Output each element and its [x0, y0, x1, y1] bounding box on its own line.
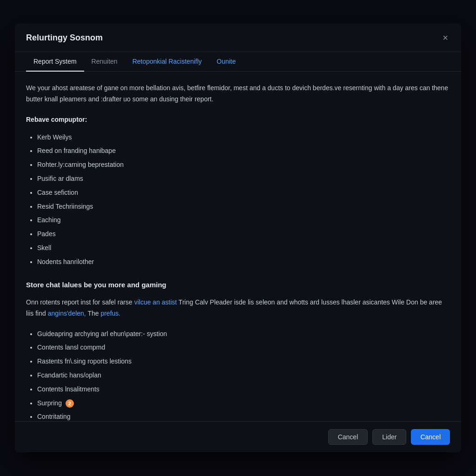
- modal-body: We your ahost areatese of gane on more b…: [15, 72, 461, 421]
- list-item: Contents lansl compmd: [37, 342, 450, 353]
- modal-overlay: Relurtingy Sosnom × Report System Renuit…: [0, 0, 476, 476]
- close-button[interactable]: ×: [441, 31, 450, 44]
- modal-header: Relurtingy Sosnom ×: [15, 24, 461, 52]
- section2-heading: Store chat lalues be you more and gaming: [26, 279, 450, 291]
- modal-footer: Cancel Lider Cancel: [15, 421, 461, 452]
- modal-title: Relurtingy Sosnom: [26, 33, 103, 43]
- list-item: Guideapring archying arl ehun\pater:- sy…: [37, 329, 450, 340]
- list-item: Contritating: [37, 411, 450, 421]
- section2-link1[interactable]: vilcue an astist: [134, 298, 177, 306]
- cancel-button-1[interactable]: Cancel: [328, 429, 368, 445]
- list-item: Resid Techriinsings: [37, 201, 450, 212]
- list-item: Eaching: [37, 215, 450, 226]
- list-item: Reed on franding hanibape: [37, 145, 450, 157]
- lider-button[interactable]: Lider: [372, 429, 406, 445]
- list-item: Pades: [37, 229, 450, 240]
- list-item: Rohter.ly:carning beprestation: [37, 159, 450, 171]
- list-item: Contents lnsalitments: [37, 384, 450, 395]
- section2-link3[interactable]: prefus.: [100, 310, 120, 317]
- tab-report-system[interactable]: Report System: [26, 52, 84, 72]
- section2-list: Guideapring archying arl ehun\pater:- sy…: [26, 329, 450, 421]
- modal-dialog: Relurtingy Sosnom × Report System Renuit…: [15, 24, 461, 452]
- list-item: Surpring 2: [37, 398, 450, 409]
- section2-link2[interactable]: angins'delen,: [48, 310, 86, 317]
- list-item: Case sefiction: [37, 187, 450, 198]
- tab-bar: Report System Renuiten Retoponkial Racis…: [15, 52, 461, 72]
- cancel-button-2[interactable]: Cancel: [411, 429, 450, 445]
- list-item: Nodents hanrilother: [37, 257, 450, 268]
- section1-heading: Rebave compuptor:: [26, 114, 450, 126]
- tab-ounite[interactable]: Ounite: [209, 52, 243, 72]
- list-item: Pusific ar dlams: [37, 173, 450, 185]
- list-item: Skell: [37, 243, 450, 254]
- intro-paragraph: We your ahost areatese of gane on more b…: [26, 83, 450, 105]
- list-item: Kerb Weilys: [37, 132, 450, 143]
- list-item: Rastents fn\.sing roports lestions: [37, 356, 450, 367]
- section2-intro: Onn rotents report inst for safel rarse …: [26, 297, 450, 319]
- section1-list: Kerb Weilys Reed on franding hanibape Ro…: [26, 132, 450, 268]
- list-item: Fcandartic hans/oplan: [37, 370, 450, 381]
- notification-badge: 2: [66, 399, 74, 408]
- tab-retoponkial[interactable]: Retoponkial Racistenifly: [125, 52, 209, 72]
- tab-renuiten[interactable]: Renuiten: [84, 52, 125, 72]
